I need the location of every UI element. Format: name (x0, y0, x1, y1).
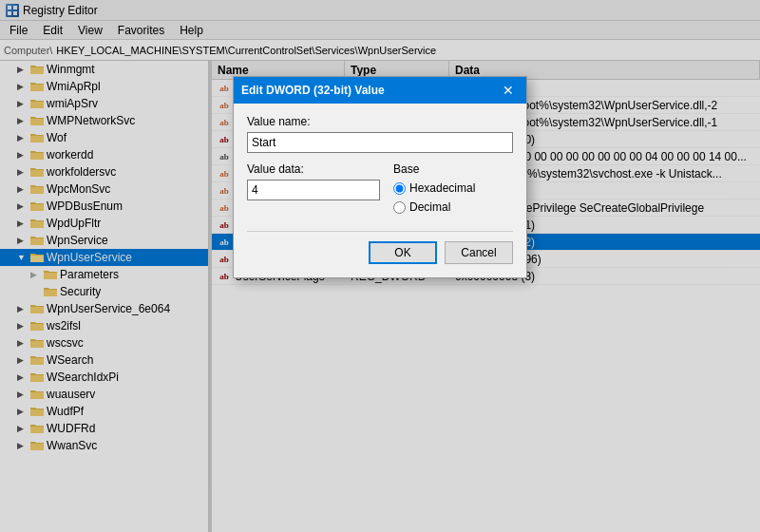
base-label: Base (393, 162, 475, 176)
value-data-label: Value data: (247, 162, 380, 176)
radio-dec-label: Decimal (409, 200, 450, 214)
dialog-title: Edit DWORD (32-bit) Value (241, 84, 385, 97)
value-data-col: Value data: (247, 162, 380, 200)
radio-hex-input[interactable] (393, 182, 406, 195)
ok-button[interactable]: OK (369, 241, 437, 264)
edit-dword-dialog: Edit DWORD (32-bit) Value ✕ Value name: … (233, 76, 527, 278)
dialog-titlebar: Edit DWORD (32-bit) Value ✕ (234, 77, 526, 104)
value-data-row: Value data: Base Hexadecimal Decimal (247, 162, 513, 218)
dialog-close-button[interactable]: ✕ (498, 80, 519, 101)
dialog-buttons: OK Cancel (247, 231, 513, 264)
cancel-button[interactable]: Cancel (445, 241, 513, 264)
value-name-input[interactable] (247, 132, 513, 153)
value-name-label: Value name: (247, 115, 513, 128)
radio-dec-input[interactable] (393, 201, 406, 214)
base-group: Base Hexadecimal Decimal (393, 162, 475, 218)
dialog-overlay: Edit DWORD (32-bit) Value ✕ Value name: … (0, 0, 760, 532)
dialog-body: Value name: Value data: Base Hexadecimal… (234, 104, 526, 277)
radio-hex-label: Hexadecimal (409, 181, 475, 195)
radio-decimal[interactable]: Decimal (393, 199, 475, 216)
value-data-input[interactable] (247, 180, 380, 200)
radio-hexadecimal[interactable]: Hexadecimal (393, 180, 475, 197)
